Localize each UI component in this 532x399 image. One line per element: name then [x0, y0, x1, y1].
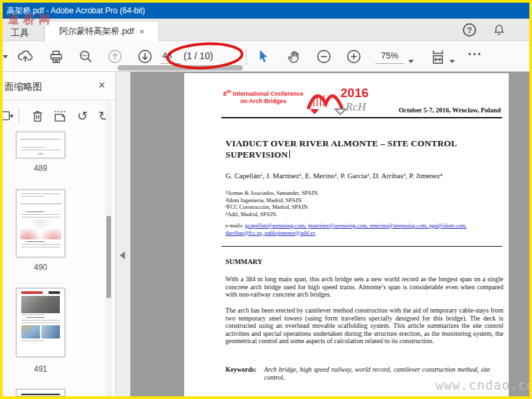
- panel-scrollbar-thumb[interactable]: [106, 216, 111, 298]
- header-rule: [221, 117, 502, 118]
- summary-paragraph-1: With a 384 m long main span, this arch b…: [225, 275, 503, 299]
- print-icon[interactable]: [44, 45, 68, 68]
- summary-heading: SUMMARY: [225, 258, 263, 265]
- horizontal-scroll-indicator[interactable]: [118, 65, 243, 70]
- tab-tools-label: 工具: [11, 27, 29, 38]
- delete-pages-icon[interactable]: [28, 106, 47, 125]
- rotate-left-icon[interactable]: ↺: [73, 106, 92, 125]
- tab-tools[interactable]: 工具: [5, 24, 35, 41]
- page-count-label: (1 / 10): [184, 51, 213, 61]
- arch-2016-logo: 2016 RcH: [306, 81, 372, 116]
- share-upload-icon[interactable]: [13, 45, 37, 68]
- panel-divider-strip[interactable]: [116, 72, 130, 396]
- collapse-panel-icon[interactable]: [120, 251, 125, 259]
- keywords-text: Arch bridge, high speed railway, world r…: [264, 366, 490, 381]
- paper-title: VIADUCT OVER RIVER ALMONTE – SITE CONTRO…: [225, 138, 505, 160]
- keywords-row: Keywords: Arch bridge, high speed railwa…: [225, 366, 505, 381]
- conference-header: 8th International Conference on Arch Bri…: [220, 88, 307, 105]
- panel-divider: [3, 100, 115, 100]
- panel-close-icon[interactable]: ×: [94, 78, 109, 92]
- thumbnail-label: 489: [16, 164, 65, 173]
- hand-tool-icon[interactable]: [282, 45, 306, 68]
- select-tool-icon[interactable]: [251, 45, 275, 68]
- fit-dropdown-icon[interactable]: [450, 54, 455, 66]
- panel-title: 面缩略图: [5, 81, 42, 93]
- notifications-bell-icon[interactable]: [492, 23, 506, 37]
- zoom-in-icon[interactable]: [342, 45, 366, 68]
- summary-paragraph-2: The arch has been erected by cantilever …: [225, 307, 503, 345]
- search-icon[interactable]: [74, 45, 98, 68]
- conference-date: October 5-7, 2016, Wrocław, Poland: [399, 106, 501, 114]
- toolbar: 48 (1 / 10) 75%: [3, 41, 529, 72]
- emails-label: e-mails:: [225, 222, 245, 229]
- summary-rule: [221, 246, 502, 247]
- paper-affiliations: ¹Arenas & Asociados, Santander, SPAIN. ²…: [225, 190, 319, 217]
- thumbnail-label: 490: [16, 263, 65, 272]
- tab-strip: 工具 阿尔蒙特高架桥.pdf × ?: [3, 19, 529, 41]
- keywords-label: Keywords:: [225, 366, 264, 381]
- tab-document[interactable]: 阿尔蒙特高架桥.pdf ×: [45, 21, 159, 41]
- thumbnail-page-491[interactable]: [16, 288, 65, 357]
- page-number-input[interactable]: 48: [161, 48, 181, 64]
- main-area: 面缩略图 ×: [3, 72, 529, 396]
- help-icon[interactable]: ?: [463, 23, 476, 37]
- page-thumbnails-panel: 面缩略图 ×: [3, 72, 116, 396]
- text-cursor: [289, 150, 290, 158]
- zoom-level-value[interactable]: 75%: [375, 48, 404, 64]
- window-title: 高架桥.pdf - Adobe Acrobat Pro (64-bit): [7, 6, 145, 15]
- svg-text:RcH: RcH: [345, 100, 367, 113]
- svg-text:2016: 2016: [340, 86, 368, 100]
- paper-emails: e-mails: gcapellan@arenasing.com, jmarti…: [225, 222, 505, 236]
- thumbnail-page-489[interactable]: [16, 132, 65, 158]
- title-bar: 高架桥.pdf - Adobe Acrobat Pro (64-bit): [3, 3, 529, 19]
- panel-tools-separator: [19, 108, 19, 124]
- zoom-out-icon[interactable]: [312, 45, 336, 68]
- thumbnail-options-icon[interactable]: [3, 106, 16, 125]
- toolbar-separator: [246, 48, 247, 65]
- tab-close-icon[interactable]: ×: [140, 27, 145, 37]
- thumbnail-page-492[interactable]: [16, 389, 65, 396]
- pdf-page: 8th International Conference on Arch Bri…: [184, 73, 509, 396]
- insert-pages-icon[interactable]: [51, 106, 69, 125]
- thumbnail-page-490[interactable]: [16, 190, 65, 257]
- tab-document-label: 阿尔蒙特高架桥.pdf: [59, 25, 134, 37]
- more-tools-icon[interactable]: •••: [468, 50, 483, 59]
- email-links[interactable]: gcapellan@arenasing.com, jmartinez@arena…: [225, 222, 467, 236]
- acrobat-window: 高架桥.pdf - Adobe Acrobat Pro (64-bit) 道桥网…: [3, 3, 529, 396]
- thumbnail-label: 491: [16, 364, 65, 374]
- fit-width-icon[interactable]: [426, 45, 450, 68]
- paper-authors: G. Capellán¹, J. Martínez¹, E. Merino¹, …: [225, 172, 442, 180]
- document-viewport[interactable]: 8th International Conference on Arch Bri…: [130, 72, 529, 396]
- zoom-dropdown-icon[interactable]: [408, 54, 414, 66]
